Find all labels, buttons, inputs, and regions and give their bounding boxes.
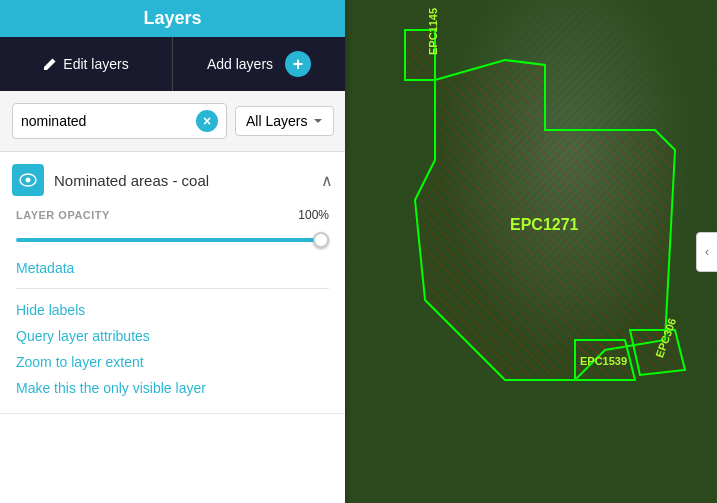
epc1271-label: EPC1271	[510, 216, 579, 233]
map-area: EPC1145 EPC1271 EPC1539 EPC306 ‹	[345, 0, 717, 503]
layer-name: Nominated areas - coal	[54, 172, 311, 189]
hide-labels-link[interactable]: Hide labels	[16, 297, 329, 323]
pencil-icon	[43, 57, 57, 71]
opacity-row: LAYER OPACITY 100%	[16, 208, 329, 222]
edit-layers-tab[interactable]: Edit layers	[0, 37, 173, 91]
layer-item: Nominated areas - coal ∧ LAYER OPACITY 1…	[0, 152, 345, 414]
collapse-icon: ‹	[705, 245, 709, 259]
search-row: × All Layers	[0, 91, 345, 152]
eye-icon	[19, 173, 37, 187]
epc1539-label: EPC1539	[580, 355, 627, 367]
opacity-slider[interactable]	[16, 238, 329, 242]
zoom-extent-link[interactable]: Zoom to layer extent	[16, 349, 329, 375]
divider	[16, 288, 329, 289]
panel-header: Layers	[0, 0, 345, 37]
opacity-label: LAYER OPACITY	[16, 209, 110, 221]
layer-expand-button[interactable]: ∧	[321, 171, 333, 190]
left-panel: Layers Edit layers Add layers + × All La…	[0, 0, 345, 503]
filter-label: All Layers	[246, 113, 307, 129]
add-tab-label: Add layers	[207, 56, 273, 72]
layer-visibility-toggle[interactable]	[12, 164, 44, 196]
map-background: EPC1145 EPC1271 EPC1539 EPC306 ‹	[345, 0, 717, 503]
collapse-panel-button[interactable]: ‹	[696, 232, 717, 272]
search-input[interactable]	[21, 113, 196, 129]
metadata-link[interactable]: Metadata	[16, 260, 329, 276]
only-visible-link[interactable]: Make this the only visible layer	[16, 375, 329, 401]
opacity-slider-wrap	[16, 228, 329, 246]
add-plus-icon: +	[285, 51, 311, 77]
panel-tabs: Edit layers Add layers +	[0, 37, 345, 91]
layer-item-header: Nominated areas - coal ∧	[0, 152, 345, 208]
search-input-wrap: ×	[12, 103, 227, 139]
filter-dropdown[interactable]: All Layers	[235, 106, 334, 136]
chevron-down-icon	[313, 116, 323, 126]
edit-tab-label: Edit layers	[63, 56, 128, 72]
svg-point-1	[26, 178, 31, 183]
panel-title: Layers	[143, 8, 201, 28]
layer-details: LAYER OPACITY 100% Metadata Hide labels …	[0, 208, 345, 413]
epc1145-label: EPC1145	[427, 8, 439, 55]
clear-search-button[interactable]: ×	[196, 110, 218, 132]
query-attributes-link[interactable]: Query layer attributes	[16, 323, 329, 349]
epc-overlay: EPC1145 EPC1271 EPC1539 EPC306	[345, 0, 717, 503]
opacity-value: 100%	[298, 208, 329, 222]
add-layers-tab[interactable]: Add layers +	[173, 37, 345, 91]
